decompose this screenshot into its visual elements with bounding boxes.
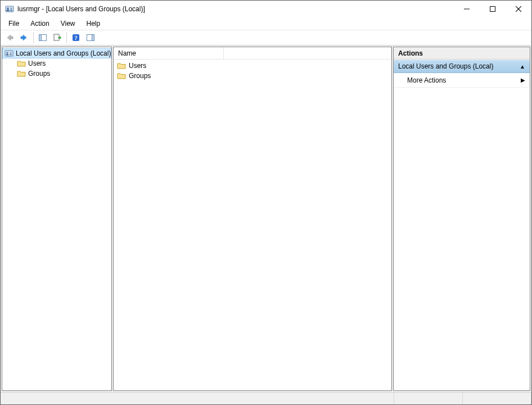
svg-rect-6 [490, 7, 495, 12]
console-tree-icon [38, 33, 47, 42]
column-header-name[interactable]: Name [114, 47, 224, 59]
tree-node-label: Groups [28, 70, 50, 78]
folder-icon [117, 71, 126, 80]
column-headers: Name [114, 47, 391, 60]
action-more-actions[interactable]: More Actions ▶ [394, 73, 530, 88]
collapse-up-icon: ▲ [520, 63, 525, 70]
list-item-label: Users [129, 62, 146, 70]
console-tree: Local Users and Groups (Local) Users Gro… [2, 47, 111, 80]
svg-rect-20 [10, 54, 12, 56]
action-label: More Actions [407, 76, 446, 84]
svg-rect-16 [5, 51, 13, 56]
menu-view[interactable]: View [55, 19, 81, 29]
maximize-button[interactable] [480, 1, 506, 17]
svg-point-17 [6, 52, 8, 53]
window-root: lusrmgr - [Local Users and Groups (Local… [0, 0, 532, 405]
window-controls [454, 1, 531, 17]
svg-rect-4 [10, 10, 13, 11]
svg-rect-10 [39, 35, 42, 41]
submenu-arrow-icon: ▶ [521, 77, 525, 83]
svg-point-3 [10, 7, 12, 10]
folder-icon [117, 61, 126, 70]
window-title: lusrmgr - [Local Users and Groups (Local… [17, 5, 454, 13]
folder-icon [17, 69, 26, 78]
list-item-groups[interactable]: Groups [114, 71, 391, 81]
users-groups-icon [4, 49, 13, 58]
menu-action[interactable]: Action [25, 19, 55, 29]
minimize-button[interactable] [454, 1, 480, 17]
title-bar: lusrmgr - [Local Users and Groups (Local… [1, 1, 531, 17]
tree-node-label: Users [28, 60, 46, 67]
svg-point-19 [10, 52, 11, 53]
results-pane: Name Users Groups [113, 47, 392, 391]
close-button[interactable] [506, 1, 531, 17]
actions-pane: Actions Local Users and Groups (Local) ▲… [393, 47, 530, 391]
folder-icon [17, 59, 26, 68]
list-body: Users Groups [114, 60, 391, 390]
svg-text:?: ? [74, 34, 78, 41]
show-hide-console-tree-button[interactable] [36, 31, 49, 44]
status-segment-1 [394, 393, 463, 404]
toolbar: ? [1, 30, 531, 45]
status-bar [1, 392, 531, 404]
action-pane-icon [86, 33, 95, 42]
actions-pane-header: Actions [394, 47, 530, 60]
tree-node-groups[interactable]: Groups [2, 69, 111, 79]
list-item-users[interactable]: Users [114, 61, 391, 71]
toolbar-separator [66, 32, 67, 43]
actions-group-header[interactable]: Local Users and Groups (Local) ▲ [394, 60, 530, 73]
svg-rect-18 [6, 54, 8, 56]
app-icon [5, 4, 14, 13]
svg-rect-15 [92, 35, 94, 41]
workspace: Local Users and Groups (Local) Users Gro… [1, 45, 531, 392]
help-icon: ? [71, 33, 80, 42]
list-item-label: Groups [129, 72, 151, 80]
svg-rect-2 [7, 10, 10, 11]
column-header-blank[interactable] [224, 47, 391, 59]
arrow-left-icon [5, 33, 14, 42]
toolbar-separator [33, 32, 34, 43]
menu-file[interactable]: File [3, 19, 25, 29]
tree-node-root[interactable]: Local Users and Groups (Local) [2, 48, 111, 58]
svg-point-1 [7, 7, 9, 10]
menu-help[interactable]: Help [81, 19, 106, 29]
status-segment-main [1, 393, 394, 404]
tree-node-label: Local Users and Groups (Local) [16, 49, 111, 57]
export-list-button[interactable] [51, 31, 64, 44]
actions-group-label: Local Users and Groups (Local) [398, 62, 493, 70]
forward-button[interactable] [17, 31, 31, 44]
console-tree-pane: Local Users and Groups (Local) Users Gro… [2, 47, 112, 391]
tree-node-users[interactable]: Users [2, 58, 111, 69]
help-button[interactable]: ? [69, 31, 83, 44]
export-list-icon [53, 33, 62, 42]
back-button[interactable] [3, 31, 16, 44]
status-segment-2 [463, 393, 531, 404]
show-hide-action-pane-button[interactable] [84, 31, 97, 44]
arrow-right-icon [20, 33, 29, 42]
menu-bar: File Action View Help [1, 17, 531, 30]
